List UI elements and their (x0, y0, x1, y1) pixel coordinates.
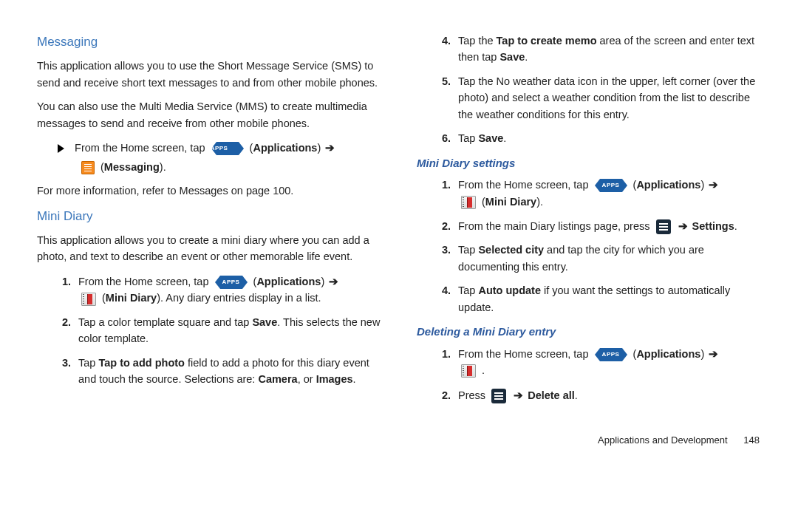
text: , or (298, 373, 316, 385)
apps-icon: APPS (211, 142, 244, 155)
subheading-settings: Mini Diary settings (417, 154, 761, 171)
text-bold: Applications (636, 179, 700, 191)
list-item: From the Home screen, tap APPS (Applicat… (454, 345, 761, 379)
text: From the Home screen, tap (458, 348, 592, 360)
text: Tap (458, 284, 478, 296)
heading-messaging: Messaging (37, 33, 381, 52)
heading-mini-diary: Mini Diary (37, 207, 381, 226)
text: on page 100. (231, 185, 294, 197)
apps-icon: APPS (215, 276, 248, 289)
text: For more information, refer to (37, 185, 180, 197)
text-bold: Mini Diary (485, 196, 536, 208)
apps-icon: APPS (595, 179, 627, 192)
list-item: Press ➔ Delete all. (454, 386, 761, 403)
text-bold: Camera (258, 373, 297, 385)
text: . (503, 132, 506, 144)
minidiary-intro: This application allows you to create a … (37, 232, 381, 265)
text-bold: Auto update (478, 284, 541, 296)
footer-section: Applications and Development (598, 434, 728, 446)
messaging-step: From the Home screen, tap APPS (Applicat… (37, 139, 381, 175)
text-bold: Applications (256, 276, 321, 287)
menu-icon (491, 389, 506, 403)
list-item: Tap the No weather data icon in the uppe… (454, 73, 761, 123)
text-bold: Images (316, 373, 353, 385)
apps-badge-label: APPS (216, 142, 239, 155)
apps-badge-label: APPS (600, 179, 622, 192)
text-bold: Tap to add photo (98, 357, 185, 369)
list-item: Tap Save. (454, 130, 761, 146)
mini-diary-icon (81, 293, 96, 306)
text-bold: Delete all (528, 389, 575, 401)
page-footer: Applications and Development 148 (37, 433, 761, 448)
text: . (575, 389, 578, 401)
list-item: From the Home screen, tap APPS (Applicat… (74, 273, 381, 307)
page-columns: Messaging This application allows you to… (37, 30, 761, 411)
arrow-icon: ➔ (709, 178, 718, 191)
minidiary-steps: From the Home screen, tap APPS (Applicat… (37, 273, 381, 388)
messaging-para-1: This application allows you to use the S… (37, 58, 381, 91)
text-bold: Applications (253, 142, 317, 154)
text-bold: Applications (636, 348, 700, 360)
menu-icon (656, 219, 671, 234)
delete-steps: From the Home screen, tap APPS (Applicat… (417, 345, 761, 403)
text: . Any diary entries display in a list. (160, 292, 321, 304)
list-item: Tap a color template square and tap Save… (74, 314, 381, 347)
text: Tap the (458, 35, 497, 47)
left-column: Messaging This application allows you to… (37, 30, 381, 411)
text-bold: Selected city (478, 244, 544, 256)
arrow-icon: ➔ (678, 219, 688, 232)
mini-diary-icon (461, 196, 476, 209)
apps-badge-label: APPS (220, 276, 242, 289)
list-item: Tap the Tap to create memo area of the s… (454, 33, 761, 66)
messaging-icon (81, 161, 95, 174)
apps-icon: APPS (595, 348, 627, 361)
text: Tap (78, 357, 98, 369)
messaging-ref: For more information, refer to Messages … (37, 183, 381, 199)
minidiary-steps-cont: Tap the Tap to create memo area of the s… (417, 33, 761, 147)
apps-badge-label: APPS (600, 348, 622, 361)
right-column: Tap the Tap to create memo area of the s… (417, 30, 761, 411)
text-bold: Settings (692, 220, 734, 232)
list-item: Tap Tap to add photo field to add a phot… (74, 355, 381, 388)
list-item: From the Home screen, tap APPS (Applicat… (454, 176, 761, 210)
text: . (540, 196, 543, 208)
text-bold: Mini Diary (106, 292, 157, 304)
list-item: Tap Auto update if you want the settings… (454, 282, 761, 316)
text-bold: Save (499, 51, 525, 63)
ref-link: Messages (180, 185, 228, 197)
text: Press (458, 389, 488, 401)
text: . (353, 373, 356, 385)
arrow-icon: ➔ (514, 389, 523, 401)
text-bold: Tap to create memo (497, 35, 597, 47)
settings-steps: From the Home screen, tap APPS (Applicat… (417, 176, 761, 316)
text: From the Home screen, tap (75, 142, 208, 154)
triangle-bullet-icon (58, 144, 64, 153)
list-item: From the main Diary listings page, press… (454, 217, 761, 234)
arrow-icon: ➔ (325, 141, 335, 154)
arrow-icon: ➔ (329, 275, 338, 287)
text-bold: Save (252, 316, 277, 328)
arrow-icon: ➔ (709, 347, 718, 360)
text: . (734, 220, 737, 232)
text: From the main Diary listings page, press (458, 220, 653, 232)
text: From the Home screen, tap (458, 179, 592, 191)
subheading-delete: Deleting a Mini Diary entry (417, 323, 761, 340)
messaging-para-2: You can also use the Multi Media Service… (37, 98, 381, 132)
list-item: Tap Selected city and tap the city for w… (454, 242, 761, 275)
text-bold: Messaging (104, 161, 160, 173)
footer-page-number: 148 (743, 434, 760, 446)
text: Tap (458, 244, 478, 256)
text: From the Home screen, tap (78, 276, 212, 287)
text-bold: Save (478, 132, 503, 144)
text: Tap a color template square and tap (78, 316, 252, 328)
text: . (525, 51, 528, 63)
text: Tap (458, 132, 478, 144)
mini-diary-icon (461, 364, 476, 378)
